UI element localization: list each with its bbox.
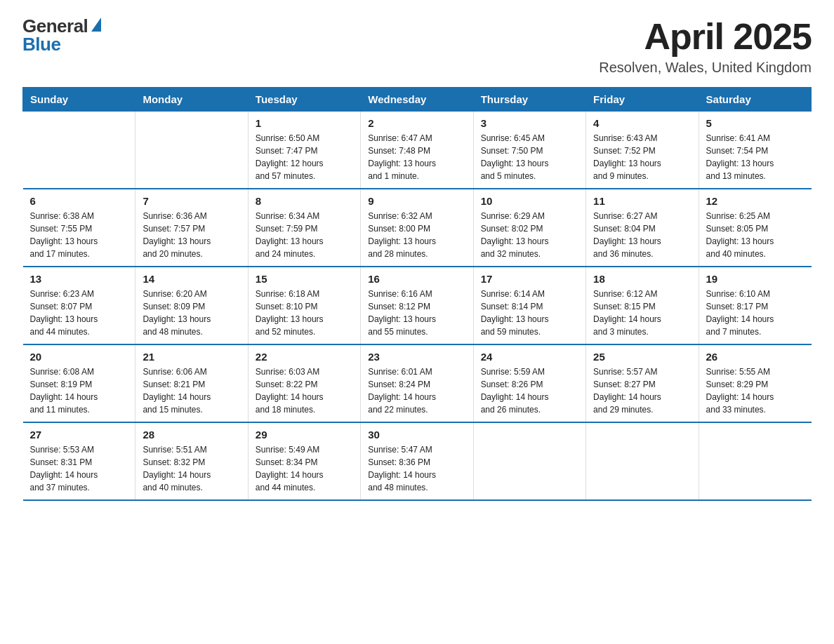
calendar-cell <box>586 422 699 500</box>
calendar-week-row: 27Sunrise: 5:53 AM Sunset: 8:31 PM Dayli… <box>23 422 812 500</box>
calendar-cell <box>473 422 585 500</box>
calendar-cell: 6Sunrise: 6:38 AM Sunset: 7:55 PM Daylig… <box>23 189 135 267</box>
calendar-cell: 27Sunrise: 5:53 AM Sunset: 8:31 PM Dayli… <box>23 422 135 500</box>
day-info: Sunrise: 6:25 AM Sunset: 8:05 PM Dayligh… <box>706 210 805 260</box>
calendar-cell: 24Sunrise: 5:59 AM Sunset: 8:26 PM Dayli… <box>473 344 585 422</box>
calendar-cell: 26Sunrise: 5:55 AM Sunset: 8:29 PM Dayli… <box>699 344 811 422</box>
weekday-header-friday: Friday <box>586 88 699 112</box>
calendar-cell: 10Sunrise: 6:29 AM Sunset: 8:02 PM Dayli… <box>473 189 585 267</box>
day-info: Sunrise: 6:50 AM Sunset: 7:47 PM Dayligh… <box>256 132 353 182</box>
calendar-cell: 11Sunrise: 6:27 AM Sunset: 8:04 PM Dayli… <box>586 189 699 267</box>
calendar-cell: 21Sunrise: 6:06 AM Sunset: 8:21 PM Dayli… <box>135 344 248 422</box>
calendar-cell: 9Sunrise: 6:32 AM Sunset: 8:00 PM Daylig… <box>361 189 473 267</box>
day-number: 15 <box>256 273 353 285</box>
day-info: Sunrise: 5:57 AM Sunset: 8:27 PM Dayligh… <box>593 365 691 416</box>
day-number: 14 <box>143 273 240 285</box>
calendar-cell: 14Sunrise: 6:20 AM Sunset: 8:09 PM Dayli… <box>135 267 248 344</box>
day-number: 11 <box>593 195 691 207</box>
calendar-cell: 23Sunrise: 6:01 AM Sunset: 8:24 PM Dayli… <box>361 344 473 422</box>
day-number: 30 <box>368 429 465 441</box>
day-number: 20 <box>30 351 128 363</box>
calendar-cell: 30Sunrise: 5:47 AM Sunset: 8:36 PM Dayli… <box>361 422 473 500</box>
weekday-header-tuesday: Tuesday <box>248 88 360 112</box>
calendar-cell <box>699 422 811 500</box>
day-number: 5 <box>706 117 805 129</box>
day-info: Sunrise: 6:12 AM Sunset: 8:15 PM Dayligh… <box>593 288 691 338</box>
day-number: 10 <box>481 195 578 207</box>
calendar-cell: 19Sunrise: 6:10 AM Sunset: 8:17 PM Dayli… <box>699 267 811 344</box>
day-info: Sunrise: 6:36 AM Sunset: 7:57 PM Dayligh… <box>143 210 240 260</box>
day-number: 2 <box>368 117 465 129</box>
title-block: April 2025 Resolven, Wales, United Kingd… <box>599 17 812 76</box>
day-number: 21 <box>143 351 240 363</box>
day-number: 25 <box>593 351 691 363</box>
logo-blue-text: Blue <box>22 35 60 53</box>
day-number: 1 <box>256 117 353 129</box>
day-info: Sunrise: 6:41 AM Sunset: 7:54 PM Dayligh… <box>706 132 805 182</box>
calendar-cell: 18Sunrise: 6:12 AM Sunset: 8:15 PM Dayli… <box>586 267 699 344</box>
calendar-header: SundayMondayTuesdayWednesdayThursdayFrid… <box>23 88 812 112</box>
day-number: 27 <box>30 429 128 441</box>
day-info: Sunrise: 6:20 AM Sunset: 8:09 PM Dayligh… <box>143 288 240 338</box>
calendar-week-row: 13Sunrise: 6:23 AM Sunset: 8:07 PM Dayli… <box>23 267 812 344</box>
day-info: Sunrise: 6:32 AM Sunset: 8:00 PM Dayligh… <box>368 210 465 260</box>
calendar-cell: 16Sunrise: 6:16 AM Sunset: 8:12 PM Dayli… <box>361 267 473 344</box>
month-title: April 2025 <box>599 17 812 57</box>
weekday-header-wednesday: Wednesday <box>361 88 473 112</box>
calendar-cell <box>135 112 248 189</box>
calendar-cell: 3Sunrise: 6:45 AM Sunset: 7:50 PM Daylig… <box>473 112 585 189</box>
day-info: Sunrise: 6:47 AM Sunset: 7:48 PM Dayligh… <box>368 132 465 182</box>
calendar-cell: 2Sunrise: 6:47 AM Sunset: 7:48 PM Daylig… <box>361 112 473 189</box>
day-number: 3 <box>481 117 578 129</box>
calendar-cell: 5Sunrise: 6:41 AM Sunset: 7:54 PM Daylig… <box>699 112 811 189</box>
day-info: Sunrise: 5:55 AM Sunset: 8:29 PM Dayligh… <box>706 365 805 416</box>
calendar-cell <box>23 112 135 189</box>
calendar-week-row: 6Sunrise: 6:38 AM Sunset: 7:55 PM Daylig… <box>23 189 812 267</box>
day-number: 13 <box>30 273 128 285</box>
day-info: Sunrise: 6:45 AM Sunset: 7:50 PM Dayligh… <box>481 132 578 182</box>
day-info: Sunrise: 6:18 AM Sunset: 8:10 PM Dayligh… <box>256 288 353 338</box>
day-info: Sunrise: 6:01 AM Sunset: 8:24 PM Dayligh… <box>368 365 465 416</box>
day-info: Sunrise: 6:29 AM Sunset: 8:02 PM Dayligh… <box>481 210 578 260</box>
logo-general-text: General <box>22 17 88 35</box>
calendar-body: 1Sunrise: 6:50 AM Sunset: 7:47 PM Daylig… <box>23 112 812 501</box>
calendar-cell: 17Sunrise: 6:14 AM Sunset: 8:14 PM Dayli… <box>473 267 585 344</box>
day-number: 8 <box>256 195 353 207</box>
calendar-cell: 29Sunrise: 5:49 AM Sunset: 8:34 PM Dayli… <box>248 422 360 500</box>
calendar-week-row: 20Sunrise: 6:08 AM Sunset: 8:19 PM Dayli… <box>23 344 812 422</box>
day-info: Sunrise: 5:49 AM Sunset: 8:34 PM Dayligh… <box>256 443 353 494</box>
day-number: 9 <box>368 195 465 207</box>
day-number: 17 <box>481 273 578 285</box>
day-number: 12 <box>706 195 805 207</box>
day-number: 28 <box>143 429 240 441</box>
logo: General Blue <box>22 17 101 53</box>
day-info: Sunrise: 5:47 AM Sunset: 8:36 PM Dayligh… <box>368 443 465 494</box>
day-number: 16 <box>368 273 465 285</box>
day-number: 26 <box>706 351 805 363</box>
day-number: 19 <box>706 273 805 285</box>
calendar-cell: 1Sunrise: 6:50 AM Sunset: 7:47 PM Daylig… <box>248 112 360 189</box>
weekday-header-thursday: Thursday <box>473 88 585 112</box>
day-info: Sunrise: 6:43 AM Sunset: 7:52 PM Dayligh… <box>593 132 691 182</box>
day-number: 22 <box>256 351 353 363</box>
day-info: Sunrise: 6:08 AM Sunset: 8:19 PM Dayligh… <box>30 365 128 416</box>
calendar-cell: 8Sunrise: 6:34 AM Sunset: 7:59 PM Daylig… <box>248 189 360 267</box>
day-info: Sunrise: 6:14 AM Sunset: 8:14 PM Dayligh… <box>481 288 578 338</box>
calendar-cell: 13Sunrise: 6:23 AM Sunset: 8:07 PM Dayli… <box>23 267 135 344</box>
day-info: Sunrise: 6:27 AM Sunset: 8:04 PM Dayligh… <box>593 210 691 260</box>
calendar-cell: 15Sunrise: 6:18 AM Sunset: 8:10 PM Dayli… <box>248 267 360 344</box>
day-info: Sunrise: 6:06 AM Sunset: 8:21 PM Dayligh… <box>143 365 240 416</box>
calendar-cell: 4Sunrise: 6:43 AM Sunset: 7:52 PM Daylig… <box>586 112 699 189</box>
calendar-week-row: 1Sunrise: 6:50 AM Sunset: 7:47 PM Daylig… <box>23 112 812 189</box>
day-info: Sunrise: 5:53 AM Sunset: 8:31 PM Dayligh… <box>30 443 128 494</box>
day-number: 29 <box>256 429 353 441</box>
day-info: Sunrise: 5:51 AM Sunset: 8:32 PM Dayligh… <box>143 443 240 494</box>
weekday-header-monday: Monday <box>135 88 248 112</box>
weekday-header-saturday: Saturday <box>699 88 811 112</box>
day-info: Sunrise: 6:34 AM Sunset: 7:59 PM Dayligh… <box>256 210 353 260</box>
header: General Blue April 2025 Resolven, Wales,… <box>22 17 812 76</box>
day-number: 23 <box>368 351 465 363</box>
weekday-header-sunday: Sunday <box>23 88 135 112</box>
calendar-table: SundayMondayTuesdayWednesdayThursdayFrid… <box>22 87 812 501</box>
day-number: 18 <box>593 273 691 285</box>
